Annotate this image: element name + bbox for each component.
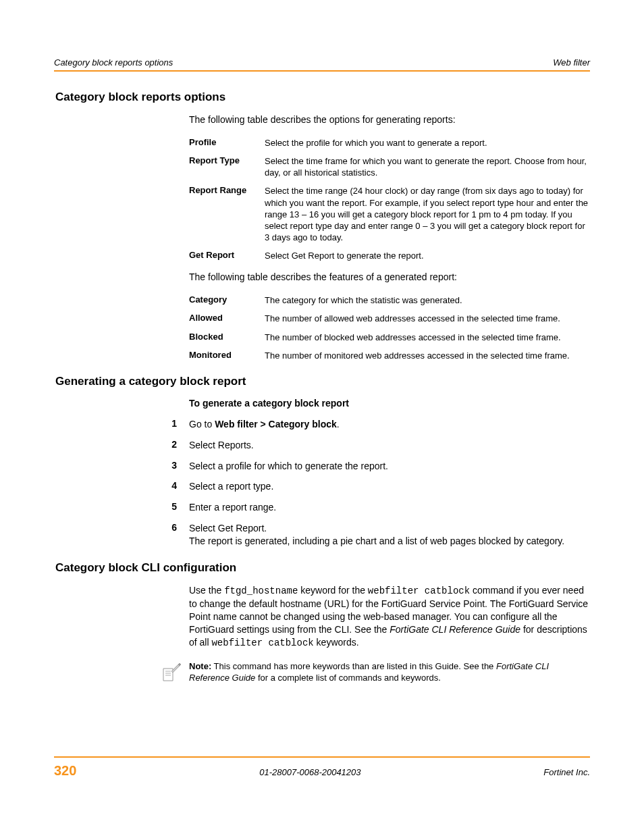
header-right: Web filter [553, 57, 590, 68]
opt-label: Allowed [189, 313, 265, 324]
table-row: Blocked The number of blocked web addres… [189, 332, 590, 343]
company-name: Fortinet Inc. [543, 767, 590, 777]
table-row: Report Type Select the time frame for wh… [189, 155, 590, 178]
step-text: Go to Web filter > Category block. [189, 418, 590, 431]
opt-label: Monitored [189, 350, 265, 361]
step-number: 5 [166, 501, 189, 514]
opt-label: Report Range [189, 185, 265, 243]
header-left: Category block reports options [54, 57, 173, 68]
note-block: Note: This command has more keywords tha… [159, 660, 590, 687]
procedure-heading: To generate a category block report [189, 398, 590, 409]
page-number: 320 [54, 763, 76, 779]
section-heading-1: Category block reports options [55, 90, 590, 104]
step-number: 1 [166, 418, 189, 431]
document-id: 01-28007-0068-20041203 [259, 767, 360, 777]
step-number: 2 [166, 439, 189, 452]
table-row: Category The category for which the stat… [189, 294, 590, 306]
step-number: 4 [166, 480, 189, 493]
footer-rule [54, 756, 590, 758]
step-text: Select Reports. [189, 439, 590, 452]
table-row: Monitored The number of monitored web ad… [189, 350, 590, 361]
opt-desc: The category for which the statistic was… [265, 294, 590, 306]
step-number: 6 [166, 522, 189, 548]
step-text: Select a profile for which to generate t… [189, 460, 590, 473]
opt-label: Get Report [189, 250, 265, 261]
opt-label: Profile [189, 137, 265, 149]
opt-desc: Select Get Report to generate the report… [265, 250, 590, 261]
procedure-step: 5 Enter a report range. [166, 501, 590, 514]
opt-desc: Select the profile for which you want to… [265, 137, 590, 149]
step-text: Select Get Report. The report is generat… [189, 522, 590, 548]
step-text: Select a report type. [189, 480, 590, 493]
section-heading-2: Generating a category block report [55, 375, 590, 388]
opt-label: Category [189, 294, 265, 306]
options-table-1: Profile Select the profile for which you… [189, 137, 590, 261]
opt-desc: The number of monitored web addresses ac… [265, 350, 590, 361]
table-row: Get Report Select Get Report to generate… [189, 250, 590, 261]
options-table-2: Category The category for which the stat… [189, 294, 590, 361]
table-row: Profile Select the profile for which you… [189, 137, 590, 149]
table-row: Report Range Select the time range (24 h… [189, 185, 590, 243]
opt-label: Blocked [189, 332, 265, 343]
page-footer: 320 01-28007-0068-20041203 Fortinet Inc. [54, 756, 590, 779]
step-text: Enter a report range. [189, 501, 590, 514]
cli-paragraph: Use the ftgd_hostname keyword for the we… [189, 584, 590, 649]
opt-desc: The number of blocked web addresses acce… [265, 332, 590, 343]
note-text: Note: This command has more keywords tha… [189, 660, 590, 684]
opt-label: Report Type [189, 155, 265, 178]
section-heading-3: Category block CLI configuration [55, 561, 590, 575]
header-rule [54, 70, 590, 72]
page-header: Category block reports options Web filte… [54, 57, 590, 70]
procedure-step: 3 Select a profile for which to generate… [166, 460, 590, 473]
procedure-step: 4 Select a report type. [166, 480, 590, 493]
procedure-step: 6 Select Get Report. The report is gener… [166, 522, 590, 548]
intro-text-1: The following table describes the option… [189, 113, 590, 126]
note-icon [159, 660, 189, 687]
table-row: Allowed The number of allowed web addres… [189, 313, 590, 324]
opt-desc: The number of allowed web addresses acce… [265, 313, 590, 324]
step-number: 3 [166, 460, 189, 473]
procedure-step: 1 Go to Web filter > Category block. [166, 418, 590, 431]
opt-desc: Select the time range (24 hour clock) or… [265, 185, 590, 243]
procedure-step: 2 Select Reports. [166, 439, 590, 452]
intro-text-2: The following table describes the featur… [189, 271, 590, 284]
opt-desc: Select the time frame for which you want… [265, 155, 590, 178]
